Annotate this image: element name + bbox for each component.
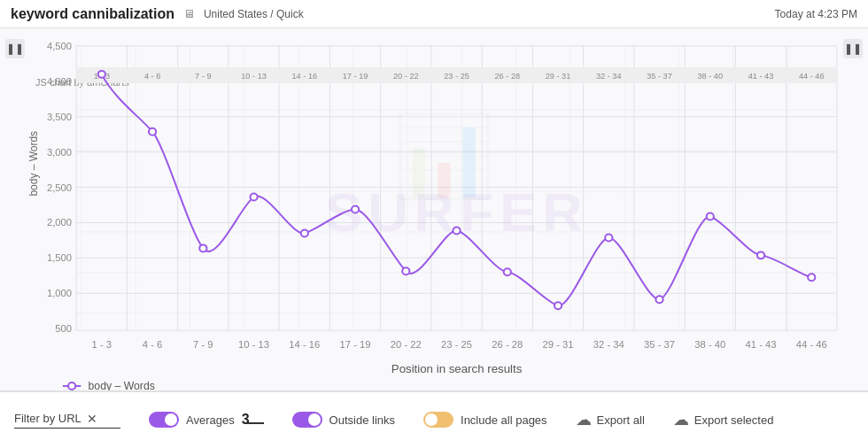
svg-text:35 - 37: 35 - 37 <box>644 339 675 350</box>
averages-label: Averages <box>186 413 235 427</box>
scroll-right-btn[interactable]: ❚❚ <box>843 39 863 58</box>
filter-url-clear[interactable]: ✕ <box>87 412 97 426</box>
svg-text:7 - 9: 7 - 9 <box>193 339 213 350</box>
svg-text:1 - 3: 1 - 3 <box>92 339 112 350</box>
svg-point-76 <box>504 268 511 275</box>
page-title: keyword cannibalization <box>11 6 174 22</box>
svg-text:Position in search results: Position in search results <box>391 362 523 375</box>
svg-text:23 - 25: 23 - 25 <box>441 339 472 350</box>
monitor-icon: 🖥 <box>183 7 195 20</box>
header: keyword cannibalization 🖥 United States … <box>0 0 868 28</box>
include-all-toggle-switch[interactable] <box>423 412 453 428</box>
export-selected-btn[interactable]: ☁ Export selected <box>673 410 774 429</box>
svg-point-74 <box>402 267 409 274</box>
svg-text:20 - 22: 20 - 22 <box>391 339 422 350</box>
svg-text:23 - 25: 23 - 25 <box>444 72 469 81</box>
svg-text:4,000: 4,000 <box>47 76 72 87</box>
chart-area: ❚❚ ❚❚ JS chart by amCharts <box>0 28 868 391</box>
svg-point-81 <box>757 251 764 259</box>
scroll-left-btn[interactable]: ❚❚ <box>5 39 25 58</box>
outside-links-toggle[interactable]: Outside links <box>292 412 395 428</box>
averages-toggle-switch[interactable] <box>149 412 179 428</box>
svg-text:32 - 34: 32 - 34 <box>593 339 624 350</box>
line-chart: 4,500 4,000 3,500 3,000 2,500 2,000 1,50… <box>27 28 841 390</box>
svg-text:38 - 40: 38 - 40 <box>697 72 723 81</box>
timestamp: Today at 4:23 PM <box>775 8 857 20</box>
export-selected-label: Export selected <box>694 413 774 427</box>
svg-text:14 - 16: 14 - 16 <box>289 339 320 350</box>
svg-text:500: 500 <box>55 323 72 334</box>
svg-text:1,000: 1,000 <box>47 288 72 298</box>
outside-links-toggle-switch[interactable] <box>292 412 322 428</box>
svg-text:38 - 40: 38 - 40 <box>694 339 725 350</box>
svg-text:17 - 19: 17 - 19 <box>343 72 368 81</box>
outside-links-label: Outside links <box>329 413 395 427</box>
svg-text:4 - 6: 4 - 6 <box>144 72 160 81</box>
svg-point-77 <box>554 302 562 309</box>
svg-text:26 - 28: 26 - 28 <box>492 339 523 350</box>
svg-text:4 - 6: 4 - 6 <box>143 339 162 350</box>
svg-text:29 - 31: 29 - 31 <box>543 339 574 350</box>
location-breadcrumb: United States / Quick <box>204 8 304 20</box>
averages-value: 3 <box>242 412 250 428</box>
svg-text:body – Words: body – Words <box>89 380 155 390</box>
svg-text:44 - 46: 44 - 46 <box>799 72 825 81</box>
svg-text:body – Words: body – Words <box>27 131 40 197</box>
svg-text:2,000: 2,000 <box>47 218 72 228</box>
filter-url-label: Filter by URL <box>14 412 81 425</box>
export-all-btn[interactable]: ☁ Export all <box>576 410 645 429</box>
svg-text:7 - 9: 7 - 9 <box>195 72 211 81</box>
svg-text:41 - 43: 41 - 43 <box>746 339 777 350</box>
include-all-toggle[interactable]: Include all pages <box>423 412 547 428</box>
svg-point-78 <box>605 234 612 241</box>
svg-point-70 <box>199 244 206 251</box>
filter-url-container: Filter by URL ✕ <box>14 412 120 429</box>
svg-text:26 - 28: 26 - 28 <box>494 72 520 81</box>
svg-text:10 - 13: 10 - 13 <box>241 72 267 81</box>
svg-text:35 - 37: 35 - 37 <box>647 72 672 81</box>
export-selected-icon: ☁ <box>673 410 689 429</box>
svg-text:3,000: 3,000 <box>47 147 72 158</box>
svg-point-68 <box>98 71 105 78</box>
svg-text:4,500: 4,500 <box>47 41 72 51</box>
include-all-label: Include all pages <box>461 413 547 427</box>
averages-toggle[interactable]: Averages 3 <box>149 412 264 428</box>
svg-point-82 <box>808 274 815 281</box>
svg-text:10 - 13: 10 - 13 <box>238 339 269 350</box>
svg-text:29 - 31: 29 - 31 <box>546 72 571 81</box>
svg-text:3,500: 3,500 <box>47 112 72 122</box>
svg-text:2,500: 2,500 <box>47 182 72 193</box>
export-all-label: Export all <box>597 413 645 427</box>
svg-text:📊: 📊 <box>392 109 494 204</box>
svg-text:44 - 46: 44 - 46 <box>796 339 827 350</box>
svg-text:32 - 34: 32 - 34 <box>596 72 622 81</box>
export-all-icon: ☁ <box>576 410 592 429</box>
footer: Filter by URL ✕ Averages 3 Outside links… <box>0 391 868 447</box>
svg-text:17 - 19: 17 - 19 <box>340 339 371 350</box>
averages-underline <box>246 422 264 424</box>
svg-point-71 <box>250 194 257 201</box>
svg-point-72 <box>301 229 308 236</box>
svg-point-79 <box>655 296 663 303</box>
svg-point-80 <box>707 212 714 220</box>
svg-text:20 - 22: 20 - 22 <box>393 72 419 81</box>
svg-point-69 <box>149 128 156 135</box>
svg-text:14 - 16: 14 - 16 <box>292 72 318 81</box>
svg-point-86 <box>68 382 75 390</box>
svg-text:41 - 43: 41 - 43 <box>748 72 774 81</box>
svg-text:1,500: 1,500 <box>47 252 72 263</box>
